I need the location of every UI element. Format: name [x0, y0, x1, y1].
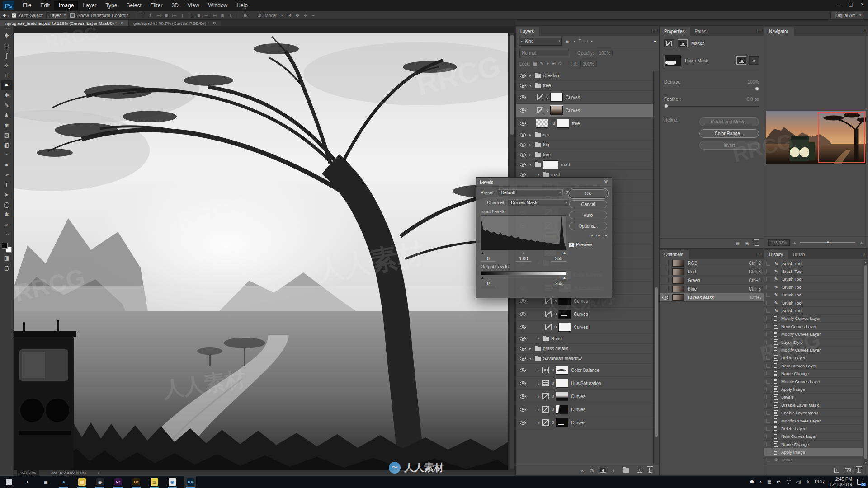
- opacity-value[interactable]: 100%: [597, 50, 613, 56]
- layer-row[interactable]: ▸tree: [516, 150, 653, 160]
- expand-icon[interactable]: ▾: [528, 84, 533, 88]
- mode-icon-1[interactable]: ⊚: [287, 13, 291, 19]
- lasso-tool[interactable]: ʃ: [1, 51, 13, 61]
- history-source-checkbox[interactable]: [766, 340, 770, 344]
- color-swatches[interactable]: [1, 242, 12, 253]
- layer-visibility-toggle[interactable]: [518, 408, 528, 412]
- distribute-icon[interactable]: ⊞: [244, 13, 248, 19]
- taskbar-clock[interactable]: 2:45 PM 12/13/2019: [830, 477, 852, 488]
- channel-visibility-toggle[interactable]: [662, 269, 669, 274]
- layer-visibility-toggle[interactable]: [518, 325, 528, 329]
- quick-mask-button[interactable]: ◨: [1, 253, 13, 263]
- align-icon-6[interactable]: ⊥: [189, 13, 193, 19]
- mask-thumbnail[interactable]: [556, 405, 568, 414]
- invertbutton[interactable]: Invert: [699, 141, 759, 150]
- history-entry[interactable]: Name Change: [764, 370, 863, 377]
- expand-icon[interactable]: ▸: [528, 347, 533, 351]
- history-entry[interactable]: ✎Brush Tool: [764, 267, 863, 275]
- show-transform-checkbox[interactable]: [70, 13, 75, 18]
- filter-icon-2[interactable]: T: [579, 39, 581, 44]
- layer-style-icon[interactable]: fx: [590, 468, 594, 473]
- density-value[interactable]: 100%: [747, 80, 759, 84]
- menu-image[interactable]: Image: [54, 1, 78, 10]
- tab-properties[interactable]: Properties: [660, 27, 690, 36]
- navigator-panel-menu-icon[interactable]: ≡: [862, 28, 865, 33]
- channel-row-red[interactable]: RedCtrl+3: [660, 267, 764, 276]
- history-entry[interactable]: ✥Move: [764, 456, 863, 464]
- mask-thumbnail[interactable]: [557, 119, 569, 128]
- fill-value[interactable]: 100%: [580, 61, 597, 67]
- layer-row[interactable]: ▸fog: [516, 140, 653, 150]
- quick-selection-tool[interactable]: ✧: [1, 61, 13, 70]
- document-tab-1[interactable]: guide.psd @ 88.7% (Curves, RGB/8#) *✕: [128, 20, 221, 26]
- history-source-checkbox[interactable]: [766, 332, 770, 336]
- hand-tool[interactable]: ✱: [1, 210, 13, 220]
- expand-icon[interactable]: ▾: [536, 173, 541, 177]
- layer-row[interactable]: ▾Savannah meadow: [516, 354, 653, 364]
- move-tool[interactable]: ✥: [1, 31, 13, 41]
- layer-row[interactable]: ▸grass details: [516, 344, 653, 354]
- history-entry[interactable]: Levels: [764, 394, 863, 401]
- history-source-checkbox[interactable]: [766, 285, 770, 289]
- mask-thumbnail[interactable]: [556, 392, 568, 401]
- tab-brush[interactable]: Brush: [788, 250, 810, 259]
- channel-visibility-toggle[interactable]: [662, 295, 669, 300]
- auto-select-dropdown[interactable]: Layer: [46, 12, 67, 19]
- history-source-checkbox[interactable]: [766, 395, 770, 399]
- mask-thumbnail[interactable]: [550, 106, 563, 115]
- tray-icon-1[interactable]: ◁): [796, 479, 801, 484]
- history-entry[interactable]: ✎Brush Tool: [764, 299, 863, 307]
- new-snapshot-icon[interactable]: [845, 468, 851, 472]
- mask-thumbnail[interactable]: [556, 379, 568, 388]
- history-scrollbar[interactable]: ▲▼: [863, 260, 868, 465]
- channel-dropdown[interactable]: Curves Mask: [508, 199, 569, 206]
- history-entry[interactable]: Modify Curves Layer: [764, 331, 863, 338]
- history-source-checkbox[interactable]: [766, 411, 770, 415]
- type-tool[interactable]: T: [1, 180, 13, 190]
- taskbar-obs[interactable]: ◉: [94, 476, 106, 488]
- channel-visibility-toggle[interactable]: [662, 260, 669, 266]
- select-and-mask-button[interactable]: Select and Mask...: [699, 117, 759, 126]
- mode-icon-3[interactable]: ✛: [303, 13, 307, 19]
- blur-tool[interactable]: ◔: [1, 150, 13, 160]
- layer-mask-thumbnail[interactable]: [664, 55, 681, 66]
- menu-view[interactable]: View: [183, 1, 204, 10]
- apply-mask-icon[interactable]: ▦: [736, 241, 740, 246]
- history-entry[interactable]: Modify Curves Layer: [764, 378, 863, 385]
- layer-visibility-toggle[interactable]: [518, 163, 528, 167]
- layer-visibility-toggle[interactable]: [518, 143, 528, 147]
- mode-icon-0[interactable]: ◔: [280, 13, 283, 19]
- tab-close-icon[interactable]: ✕: [212, 21, 216, 25]
- history-entry[interactable]: Delete Layer: [764, 425, 863, 432]
- select-mask-icon[interactable]: [736, 56, 746, 65]
- status-arrow-icon[interactable]: ›: [98, 471, 99, 475]
- history-source-checkbox[interactable]: [766, 293, 770, 297]
- layer-visibility-toggle[interactable]: [518, 95, 528, 99]
- delete-mask-icon[interactable]: [755, 241, 759, 246]
- history-source-checkbox[interactable]: [766, 269, 770, 273]
- align-icon-8[interactable]: ⊣: [204, 13, 209, 19]
- history-entry[interactable]: Apply Image: [764, 448, 863, 456]
- midtone-input[interactable]: 1.00: [516, 256, 531, 262]
- maximize-icon[interactable]: ▢: [848, 1, 853, 7]
- wifi-icon[interactable]: [785, 480, 791, 484]
- history-entry[interactable]: ✎Brush Tool: [764, 276, 863, 283]
- layers-scrollbar[interactable]: [653, 71, 659, 465]
- navigator-view-box[interactable]: [818, 112, 865, 163]
- tray-icon-3[interactable]: ⇄: [776, 479, 780, 484]
- align-icon-10[interactable]: ≡: [221, 13, 224, 19]
- blend-mode-dropdown[interactable]: Normal: [519, 50, 569, 56]
- link-layers-icon[interactable]: ∞: [581, 468, 585, 473]
- layer-row[interactable]: ▾tree: [516, 81, 653, 91]
- layer-row[interactable]: ▾road: [516, 160, 653, 170]
- layer-row[interactable]: 8Curves: [516, 91, 653, 104]
- layer-visibility-toggle[interactable]: [518, 299, 528, 303]
- delete-state-icon[interactable]: [857, 468, 861, 473]
- crop-tool[interactable]: ⌗: [1, 70, 13, 80]
- history-panel-menu-icon[interactable]: ≡: [862, 251, 865, 257]
- taskbar-sticky-notes[interactable]: ▨: [148, 476, 160, 488]
- history-source-checkbox[interactable]: [766, 324, 770, 328]
- history-brush-tool[interactable]: ✾: [1, 120, 13, 130]
- history-source-checkbox[interactable]: [766, 356, 770, 360]
- layer-visibility-toggle[interactable]: [518, 173, 528, 177]
